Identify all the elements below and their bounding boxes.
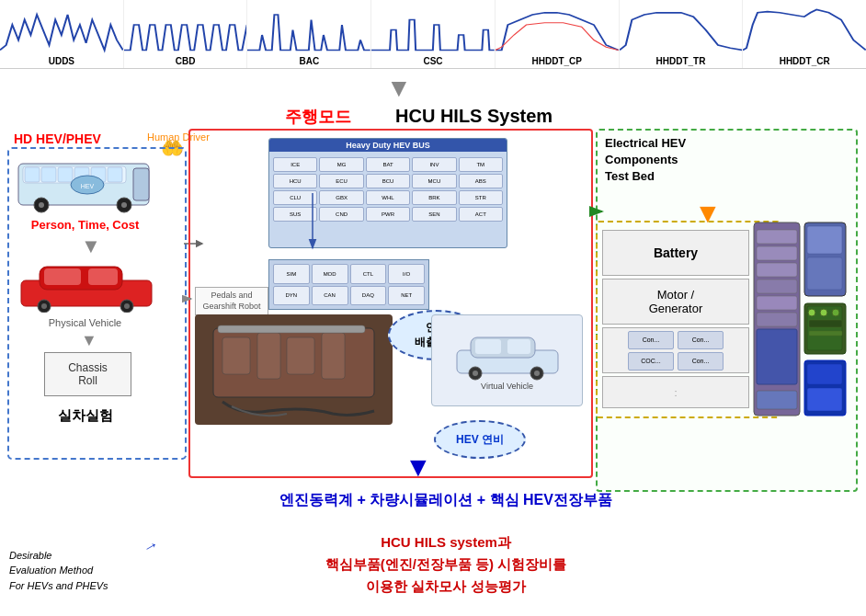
svg-text:HEV: HEV: [81, 183, 95, 189]
blue-down-arrow: ▼: [405, 451, 432, 483]
chassis-label-line2: Roll: [78, 374, 97, 387]
motor-label-line1: Motor /: [657, 288, 694, 302]
bus-cell-14: BRK: [412, 190, 456, 205]
chart-csc: CSC: [371, 0, 496, 68]
svg-rect-59: [807, 364, 842, 384]
desirable-evaluation-text: Desirable Evaluation Method For HEVs and…: [9, 548, 108, 594]
svg-rect-29: [322, 333, 345, 379]
bus-cell-18: PWR: [366, 207, 410, 222]
main-content: ▼ 주행모드 HCU HILS System Human Driver 🤲 HD…: [0, 69, 866, 616]
svg-rect-60: [807, 388, 842, 411]
svg-rect-5: [58, 167, 73, 182]
chassis-label-line1: Chassis: [68, 361, 108, 374]
bus-cell-16: SUS: [273, 207, 317, 222]
empty-box-label: :: [674, 387, 677, 398]
center-hils-section: Heavy Duty HEV BUS ICE MG BAT INV TM HCU…: [188, 129, 593, 478]
heavy-duty-bus-block: Heavy Duty HEV BUS ICE MG BAT INV TM HCU…: [268, 138, 507, 248]
electrical-hev-title: Electrical HEV Components Test Bed: [605, 135, 743, 186]
svg-rect-33: [475, 339, 501, 354]
svg-point-55: [832, 309, 839, 316]
svg-rect-49: [807, 226, 842, 254]
svg-rect-44: [757, 296, 797, 310]
virtual-vehicle-block: Virtual Vehicle: [431, 314, 583, 406]
svg-point-22: [124, 303, 130, 309]
engine-simulation-label: 엔진동력계 + 차량시뮬레이션 + 핵심 HEV전장부품: [279, 492, 612, 508]
svg-rect-26: [222, 337, 250, 374]
chart-cbd-label: CBD: [176, 56, 196, 66]
battery-label: Battery: [654, 245, 698, 260]
svg-rect-47: [757, 391, 797, 409]
bus-cell-12: GBX: [319, 190, 363, 205]
svg-rect-17: [44, 268, 81, 285]
bus-cell-10: ABS: [459, 174, 503, 188]
svg-rect-43: [757, 279, 797, 293]
bus-cell-1: ICE: [273, 157, 317, 172]
bus-cell-9: MCU: [412, 174, 456, 188]
electrical-title-line2: Components: [605, 153, 678, 166]
arrow-down-2: ▼: [81, 331, 97, 350]
hev-phev-label: HD HEV/PHEV: [14, 131, 101, 146]
down-arrow-icon: ▼: [386, 74, 412, 103]
bus-cell-19: SEN: [412, 207, 456, 222]
hcu-desc: HCU HILS system과 핵심부품(엔진/전장부품 등) 시험장비를 이…: [184, 531, 708, 598]
bus-image: HEV: [14, 150, 156, 214]
heavy-duty-bus-title: Heavy Duty HEV BUS: [269, 139, 507, 152]
electrical-title-line3: Test Bed: [605, 169, 655, 183]
bus-cell-2: MG: [319, 157, 363, 172]
chart-cbd: CBD: [124, 0, 248, 68]
converter-box: Con... Con... COC... Con...: [602, 327, 749, 373]
bus-cell-17: CND: [319, 207, 363, 222]
svg-point-54: [820, 309, 827, 316]
svg-point-38: [534, 371, 540, 376]
svg-point-10: [39, 202, 44, 208]
chart-hhddt-cr: HHDDT_CR: [743, 0, 866, 68]
chart-udds-label: UDDS: [49, 56, 74, 66]
chart-udds: UDDS: [0, 0, 124, 68]
chassis-roll-box: Chassis Roll: [44, 352, 131, 396]
bus-cell-7: ECU: [319, 174, 363, 188]
hils-inner-grid: SIM MOD CTL I/O DYN CAN DAQ NET: [268, 259, 429, 310]
chart-bac-label: BAC: [299, 56, 319, 66]
chart-csc-label: CSC: [423, 56, 442, 66]
battery-box: Battery: [602, 230, 749, 276]
physical-vehicle-label: Physical Vehicle: [14, 317, 156, 328]
svg-rect-8: [108, 167, 122, 182]
bus-cell-20: ACT: [459, 207, 503, 222]
svg-rect-41: [757, 246, 797, 260]
svg-point-53: [808, 309, 815, 316]
bus-cell-11: CLU: [273, 190, 317, 205]
silcha-label: 실차실험: [14, 407, 156, 425]
svg-rect-34: [507, 339, 530, 354]
chart-bac: BAC: [247, 0, 371, 68]
car-image: [17, 257, 159, 313]
svg-rect-1: [133, 168, 149, 200]
svg-rect-42: [757, 263, 797, 277]
svg-point-12: [121, 202, 127, 208]
driving-mode-title: 주행모드: [285, 106, 351, 128]
svg-point-36: [473, 371, 478, 376]
hcu-desc-block: HCU HILS system과 핵심부품(엔진/전장부품 등) 시험장비를 이…: [184, 531, 708, 598]
arrow-down-1: ▼: [81, 234, 101, 258]
arrow-desirable: →: [139, 534, 163, 559]
engine-image: [195, 314, 393, 425]
motor-generator-box: Motor / Generator: [602, 279, 749, 325]
bottom-simulation-text: 엔진동력계 + 차량시뮬레이션 + 핵심 HEV전장부품: [184, 491, 708, 510]
svg-rect-46: [757, 329, 797, 384]
virtual-vehicle-label: Virtual Vehicle: [481, 382, 533, 391]
chart-hhddt-cp: HHDDT_CP: [496, 0, 620, 68]
empty-status-box: :: [602, 376, 749, 408]
svg-rect-50: [807, 257, 842, 290]
svg-rect-56: [809, 320, 842, 327]
bus-cell-13: WHL: [366, 190, 410, 205]
svg-rect-3: [25, 167, 40, 182]
chart-hhddt-cp-label: HHDDT_CP: [532, 56, 582, 66]
person-time-cost: Person, Time, Cost: [14, 218, 156, 232]
svg-rect-45: [757, 313, 797, 326]
bus-cell-4: INV: [412, 157, 456, 172]
equipment-rack-image: [752, 221, 849, 418]
svg-rect-57: [809, 331, 842, 336]
top-charts-row: UDDS CBD BAC CSC HHDDT_CP HHDDT_TR: [0, 0, 866, 69]
svg-rect-40: [757, 230, 797, 244]
pedals-robot-label: Pedals and Gearshift Robot: [195, 287, 268, 315]
svg-point-20: [41, 303, 47, 309]
